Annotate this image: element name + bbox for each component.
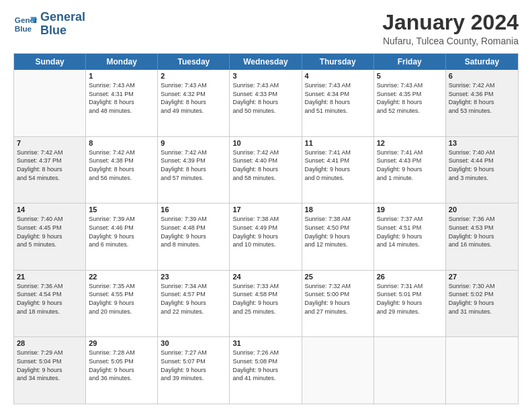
- day-cell: 28Sunrise: 7:29 AMSunset: 5:04 PMDayligh…: [14, 337, 86, 404]
- day-info: Sunrise: 7:35 AMSunset: 4:55 PMDaylight:…: [89, 282, 154, 316]
- day-info: Sunrise: 7:43 AMSunset: 4:35 PMDaylight:…: [377, 81, 443, 115]
- day-cell: 14Sunrise: 7:40 AMSunset: 4:45 PMDayligh…: [14, 203, 86, 270]
- calendar-week-row: 7Sunrise: 7:42 AMSunset: 4:37 PMDaylight…: [14, 137, 518, 204]
- day-info: Sunrise: 7:33 AMSunset: 4:58 PMDaylight:…: [232, 282, 298, 316]
- day-number: 11: [305, 139, 371, 147]
- title-area: January 2024 Nufaru, Tulcea County, Roma…: [382, 11, 519, 46]
- day-info: Sunrise: 7:40 AMSunset: 4:45 PMDaylight:…: [17, 215, 83, 248]
- day-cell: 20Sunrise: 7:36 AMSunset: 4:53 PMDayligh…: [446, 203, 518, 270]
- day-number: 2: [161, 72, 226, 80]
- day-number: 12: [377, 139, 443, 147]
- day-number: 19: [377, 205, 443, 214]
- day-cell: 26Sunrise: 7:31 AMSunset: 5:01 PMDayligh…: [374, 271, 446, 337]
- day-info: Sunrise: 7:26 AMSunset: 5:08 PMDaylight:…: [232, 349, 298, 382]
- day-info: Sunrise: 7:34 AMSunset: 4:57 PMDaylight:…: [161, 282, 226, 316]
- day-cell: 5Sunrise: 7:43 AMSunset: 4:35 PMDaylight…: [374, 70, 446, 136]
- weekday-header: Thursday: [302, 54, 374, 70]
- day-cell: 4Sunrise: 7:43 AMSunset: 4:34 PMDaylight…: [302, 70, 374, 136]
- calendar-week-row: 21Sunrise: 7:36 AMSunset: 4:54 PMDayligh…: [14, 271, 518, 338]
- month-title: January 2024: [382, 11, 519, 34]
- day-cell: 16Sunrise: 7:39 AMSunset: 4:48 PMDayligh…: [158, 203, 230, 270]
- calendar-week-row: 28Sunrise: 7:29 AMSunset: 5:04 PMDayligh…: [14, 337, 518, 404]
- day-info: Sunrise: 7:39 AMSunset: 4:46 PMDaylight:…: [89, 215, 154, 248]
- day-cell: 6Sunrise: 7:42 AMSunset: 4:36 PMDaylight…: [446, 70, 518, 136]
- calendar-week-row: 1Sunrise: 7:43 AMSunset: 4:31 PMDaylight…: [14, 70, 518, 137]
- logo: General Blue General Blue: [13, 11, 85, 38]
- day-info: Sunrise: 7:41 AMSunset: 4:43 PMDaylight:…: [377, 148, 443, 182]
- day-info: Sunrise: 7:36 AMSunset: 4:53 PMDaylight:…: [449, 215, 515, 248]
- svg-text:Blue: Blue: [15, 24, 32, 33]
- day-number: 14: [17, 205, 83, 214]
- day-number: 15: [89, 205, 154, 214]
- day-info: Sunrise: 7:43 AMSunset: 4:32 PMDaylight:…: [161, 81, 226, 115]
- day-cell: 9Sunrise: 7:42 AMSunset: 4:39 PMDaylight…: [158, 137, 230, 203]
- day-number: 28: [17, 339, 83, 347]
- day-cell: 18Sunrise: 7:38 AMSunset: 4:50 PMDayligh…: [302, 203, 374, 270]
- day-number: 4: [305, 72, 371, 80]
- weekday-header: Monday: [86, 54, 158, 70]
- day-cell: 12Sunrise: 7:41 AMSunset: 4:43 PMDayligh…: [374, 137, 446, 203]
- day-info: Sunrise: 7:38 AMSunset: 4:50 PMDaylight:…: [305, 215, 371, 248]
- day-number: 23: [161, 273, 226, 281]
- day-info: Sunrise: 7:37 AMSunset: 4:51 PMDaylight:…: [377, 215, 443, 248]
- day-cell: 3Sunrise: 7:43 AMSunset: 4:33 PMDaylight…: [230, 70, 302, 136]
- logo-general: General: [40, 11, 85, 24]
- day-cell: 7Sunrise: 7:42 AMSunset: 4:37 PMDaylight…: [14, 137, 86, 203]
- header: General Blue General Blue January 2024 N…: [13, 11, 519, 46]
- weekday-header: Saturday: [446, 54, 518, 70]
- empty-day-cell: [374, 337, 446, 404]
- day-info: Sunrise: 7:43 AMSunset: 4:31 PMDaylight:…: [89, 81, 154, 115]
- day-info: Sunrise: 7:42 AMSunset: 4:37 PMDaylight:…: [17, 148, 83, 182]
- day-number: 29: [89, 339, 154, 347]
- calendar-week-row: 14Sunrise: 7:40 AMSunset: 4:45 PMDayligh…: [14, 203, 518, 271]
- day-number: 9: [161, 139, 226, 147]
- location-subtitle: Nufaru, Tulcea County, Romania: [382, 36, 519, 46]
- day-number: 3: [232, 72, 298, 80]
- day-number: 30: [161, 339, 226, 347]
- calendar-body: 1Sunrise: 7:43 AMSunset: 4:31 PMDaylight…: [14, 70, 518, 404]
- day-cell: 21Sunrise: 7:36 AMSunset: 4:54 PMDayligh…: [14, 271, 86, 337]
- empty-day-cell: [302, 337, 374, 404]
- weekday-header: Sunday: [14, 54, 86, 70]
- day-cell: 31Sunrise: 7:26 AMSunset: 5:08 PMDayligh…: [230, 337, 302, 404]
- calendar-header-row: SundayMondayTuesdayWednesdayThursdayFrid…: [14, 54, 518, 70]
- empty-day-cell: [14, 70, 86, 136]
- day-cell: 2Sunrise: 7:43 AMSunset: 4:32 PMDaylight…: [158, 70, 230, 136]
- day-number: 27: [449, 273, 515, 281]
- calendar: SundayMondayTuesdayWednesdayThursdayFrid…: [13, 53, 519, 404]
- day-cell: 10Sunrise: 7:42 AMSunset: 4:40 PMDayligh…: [230, 137, 302, 203]
- day-number: 10: [232, 139, 298, 147]
- weekday-header: Friday: [374, 54, 446, 70]
- day-number: 21: [17, 273, 83, 281]
- day-cell: 24Sunrise: 7:33 AMSunset: 4:58 PMDayligh…: [230, 271, 302, 337]
- day-number: 18: [305, 205, 371, 214]
- day-info: Sunrise: 7:36 AMSunset: 4:54 PMDaylight:…: [17, 282, 83, 316]
- day-number: 13: [449, 139, 515, 147]
- day-cell: 15Sunrise: 7:39 AMSunset: 4:46 PMDayligh…: [86, 203, 158, 270]
- day-number: 5: [377, 72, 443, 80]
- day-number: 16: [161, 205, 226, 214]
- day-info: Sunrise: 7:38 AMSunset: 4:49 PMDaylight:…: [232, 215, 298, 248]
- weekday-header: Tuesday: [158, 54, 230, 70]
- day-info: Sunrise: 7:40 AMSunset: 4:44 PMDaylight:…: [449, 148, 515, 182]
- day-number: 24: [232, 273, 298, 281]
- day-info: Sunrise: 7:43 AMSunset: 4:33 PMDaylight:…: [232, 81, 298, 115]
- weekday-header: Wednesday: [230, 54, 302, 70]
- day-cell: 13Sunrise: 7:40 AMSunset: 4:44 PMDayligh…: [446, 137, 518, 203]
- day-info: Sunrise: 7:42 AMSunset: 4:39 PMDaylight:…: [161, 148, 226, 182]
- day-info: Sunrise: 7:28 AMSunset: 5:05 PMDaylight:…: [89, 349, 154, 382]
- day-cell: 22Sunrise: 7:35 AMSunset: 4:55 PMDayligh…: [86, 271, 158, 337]
- day-number: 1: [89, 72, 154, 80]
- day-info: Sunrise: 7:42 AMSunset: 4:36 PMDaylight:…: [449, 81, 515, 115]
- day-info: Sunrise: 7:29 AMSunset: 5:04 PMDaylight:…: [17, 349, 83, 382]
- day-number: 6: [449, 72, 515, 80]
- day-cell: 25Sunrise: 7:32 AMSunset: 5:00 PMDayligh…: [302, 271, 374, 337]
- day-cell: 19Sunrise: 7:37 AMSunset: 4:51 PMDayligh…: [374, 203, 446, 270]
- day-cell: 30Sunrise: 7:27 AMSunset: 5:07 PMDayligh…: [158, 337, 230, 404]
- day-info: Sunrise: 7:42 AMSunset: 4:40 PMDaylight:…: [232, 148, 298, 182]
- day-cell: 27Sunrise: 7:30 AMSunset: 5:02 PMDayligh…: [446, 271, 518, 337]
- day-number: 17: [232, 205, 298, 214]
- day-info: Sunrise: 7:42 AMSunset: 4:38 PMDaylight:…: [89, 148, 154, 182]
- day-info: Sunrise: 7:43 AMSunset: 4:34 PMDaylight:…: [305, 81, 371, 115]
- day-number: 25: [305, 273, 371, 281]
